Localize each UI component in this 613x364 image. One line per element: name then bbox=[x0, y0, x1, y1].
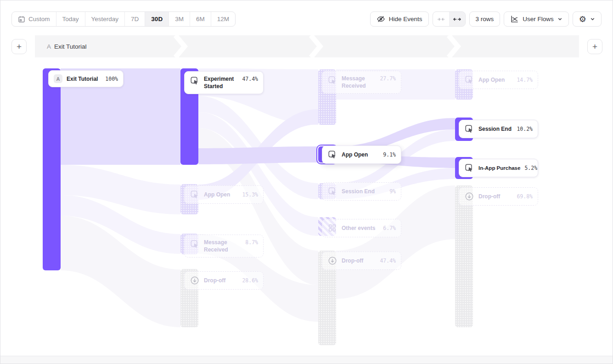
drop-off-icon bbox=[327, 256, 337, 266]
node-card-session-end-3[interactable]: Session End 9% bbox=[322, 182, 401, 201]
node-percent: 8.7% bbox=[245, 239, 258, 246]
node-label: Message Received bbox=[204, 239, 241, 253]
node-card-app-open-4[interactable]: App Open 14.7% bbox=[459, 71, 538, 89]
event-icon bbox=[190, 239, 200, 249]
flow-bands bbox=[0, 0, 613, 364]
node-percent: 9% bbox=[389, 188, 396, 195]
event-icon bbox=[464, 163, 474, 173]
node-label: Other events bbox=[342, 225, 375, 231]
node-label: Drop-off bbox=[204, 277, 225, 284]
node-label: Exit Tutorial bbox=[67, 76, 98, 82]
node-card-message-received-3[interactable]: Message Received 27.7% bbox=[322, 71, 401, 94]
node-card-drop-off-2[interactable]: Drop-off 28.6% bbox=[184, 271, 264, 290]
node-card-exit-tutorial[interactable]: A Exit Tutorial 100% bbox=[48, 70, 124, 87]
node-percent: 100% bbox=[105, 76, 118, 82]
node-label: App Open bbox=[342, 151, 368, 158]
node-card-app-open-2[interactable]: App Open 15.3% bbox=[184, 185, 264, 204]
node-card-message-received-2[interactable]: Message Received 8.7% bbox=[184, 235, 264, 258]
event-icon bbox=[327, 186, 337, 196]
event-icon bbox=[327, 150, 337, 160]
node-label: Drop-off bbox=[342, 258, 363, 264]
node-bar-drop-off-4[interactable] bbox=[455, 185, 473, 327]
user-flows-app: Custom Today Yesterday 7D 30D 3M 6M 12M … bbox=[0, 0, 613, 364]
node-percent: 47.4% bbox=[380, 258, 396, 264]
node-percent: 10.2% bbox=[517, 126, 533, 132]
event-icon bbox=[327, 75, 337, 85]
node-card-in-app-purchase-4[interactable]: In-App Purchase 5.2% bbox=[459, 159, 538, 177]
node-label: Drop-off bbox=[478, 193, 500, 200]
node-card-drop-off-3[interactable]: Drop-off 47.4% bbox=[322, 252, 401, 270]
node-percent: 6.7% bbox=[383, 225, 396, 231]
event-icon bbox=[190, 190, 200, 200]
node-label: App Open bbox=[204, 191, 230, 198]
grid-icon bbox=[327, 223, 337, 233]
node-percent: 5.2% bbox=[524, 165, 537, 171]
event-badge-a: A bbox=[54, 74, 62, 83]
node-bar-exit-tutorial[interactable] bbox=[43, 68, 61, 270]
event-icon bbox=[464, 124, 474, 134]
node-percent: 28.6% bbox=[242, 277, 258, 284]
node-percent: 15.3% bbox=[242, 191, 258, 198]
node-card-app-open-3[interactable]: App Open 9.1% bbox=[322, 146, 401, 164]
drop-off-icon bbox=[464, 191, 474, 202]
node-percent: 9.1% bbox=[383, 151, 396, 158]
event-icon bbox=[190, 76, 200, 86]
node-label: App Open bbox=[478, 77, 505, 83]
node-label: Session End bbox=[342, 188, 375, 195]
node-label: Message Received bbox=[342, 75, 376, 90]
node-label: In-App Purchase bbox=[478, 165, 520, 171]
node-card-drop-off-4[interactable]: Drop-off 69.8% bbox=[459, 187, 538, 206]
node-percent: 14.7% bbox=[517, 77, 533, 83]
node-percent: 47.4% bbox=[242, 76, 258, 82]
node-card-experiment-started[interactable]: Experiment Started 47.4% bbox=[184, 71, 264, 94]
horizontal-scrollbar[interactable] bbox=[0, 356, 613, 364]
node-percent: 69.8% bbox=[517, 193, 533, 200]
node-card-session-end-4[interactable]: Session End 10.2% bbox=[459, 120, 538, 138]
node-card-other-events-3[interactable]: Other events 6.7% bbox=[322, 219, 401, 237]
event-icon bbox=[464, 75, 474, 85]
node-label: Experiment Started bbox=[204, 75, 238, 90]
drop-off-icon bbox=[190, 275, 200, 286]
node-label: Session End bbox=[478, 126, 512, 132]
node-percent: 27.7% bbox=[380, 75, 396, 82]
